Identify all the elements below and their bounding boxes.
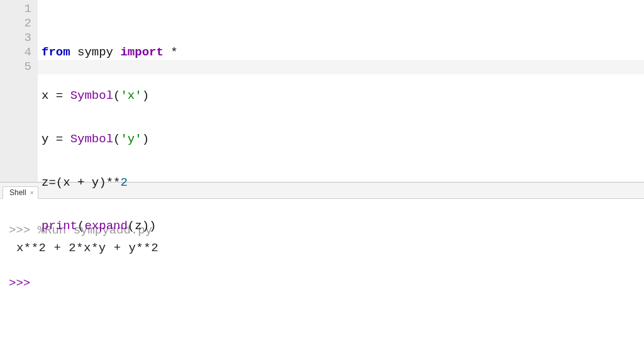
equals: = xyxy=(48,176,55,189)
rparen: ) xyxy=(99,176,106,189)
line-number: 1 xyxy=(0,2,31,16)
code-line: x = Symbol('x') xyxy=(42,89,644,103)
call-symbol: Symbol xyxy=(70,89,113,103)
rparen: ) xyxy=(142,219,149,233)
lparen: ( xyxy=(113,132,120,146)
rparen: ) xyxy=(149,219,156,233)
lparen: ( xyxy=(113,89,120,103)
line-number: 2 xyxy=(0,16,31,31)
call-expand: expand xyxy=(84,219,127,233)
code-line: print(expand(z)) xyxy=(42,219,644,234)
shell-prompt: >>> xyxy=(9,276,30,290)
lparen: ( xyxy=(77,219,84,233)
var-z: z xyxy=(135,219,142,233)
rparen: ) xyxy=(142,89,149,103)
lparen: ( xyxy=(128,219,135,233)
keyword-from: from xyxy=(42,45,70,59)
string-x: 'x' xyxy=(120,89,142,103)
tab-shell[interactable]: Shell × xyxy=(3,186,38,199)
current-line-highlight xyxy=(38,60,644,74)
line-number: 5 xyxy=(0,60,31,74)
var-z: z xyxy=(42,176,48,189)
rparen: ) xyxy=(142,132,149,146)
line-number: 3 xyxy=(0,31,31,45)
number-two: 2 xyxy=(120,176,127,189)
close-icon[interactable]: × xyxy=(30,189,34,196)
line-number: 4 xyxy=(0,45,31,60)
string-y: 'y' xyxy=(120,132,142,146)
editor-pane: 1 2 3 4 5 from sympy import * x = Symbol… xyxy=(0,0,644,183)
call-symbol: Symbol xyxy=(70,132,113,146)
call-print: print xyxy=(42,219,77,233)
line-number-gutter: 1 2 3 4 5 xyxy=(0,0,38,182)
keyword-import: import xyxy=(120,45,163,59)
var-x: x xyxy=(63,176,70,189)
lparen: ( xyxy=(56,176,63,189)
star-operator: * xyxy=(170,45,177,59)
power-operator: ** xyxy=(106,176,121,189)
code-line: z=(x + y)**2 xyxy=(42,176,644,190)
var-y: y xyxy=(42,132,48,146)
code-line: y = Symbol('y') xyxy=(42,132,644,147)
plus-operator: + xyxy=(77,176,84,189)
equals: = xyxy=(56,132,63,146)
var-y: y xyxy=(92,176,99,189)
code-line: from sympy import * xyxy=(42,45,644,60)
shell-prompt: >>> xyxy=(9,223,30,237)
equals: = xyxy=(56,89,63,103)
code-editor[interactable]: from sympy import * x = Symbol('x') y = … xyxy=(38,0,644,182)
module-name: sympy xyxy=(77,45,113,59)
var-x: x xyxy=(42,89,48,103)
tab-label: Shell xyxy=(9,188,26,197)
